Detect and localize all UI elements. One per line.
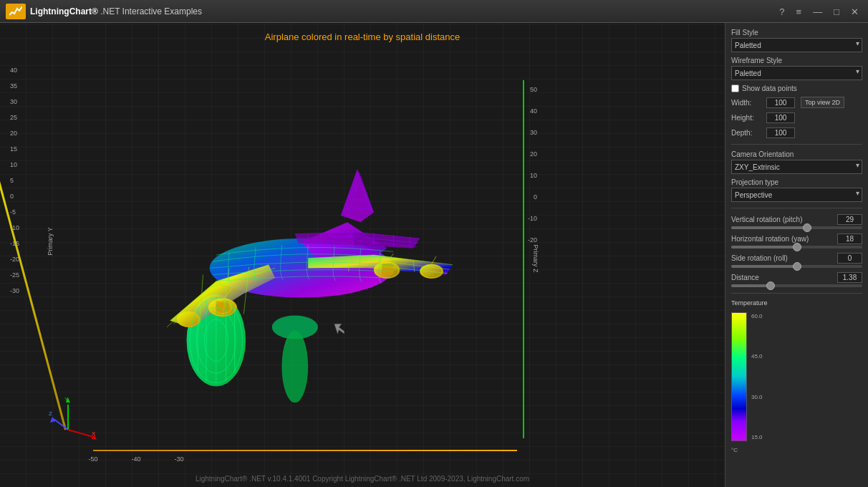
x-label: -30 xyxy=(158,455,201,463)
depth-label: Depth: xyxy=(731,129,763,137)
z-label: 0 xyxy=(534,186,537,208)
maximize-button[interactable]: □ xyxy=(830,4,843,18)
y-label: 35 xyxy=(10,78,19,94)
right-panel: Fill Style Paletted Solid Gradient Wiref… xyxy=(725,23,868,487)
y-label: -15 xyxy=(10,236,19,251)
distance-row: Distance xyxy=(731,272,862,287)
y-label: -10 xyxy=(10,220,19,236)
wireframe-style-row: Wireframe Style Paletted Solid None xyxy=(731,57,862,80)
y-label: -25 xyxy=(10,267,19,283)
svg-line-24 xyxy=(54,419,68,430)
z-label: 50 xyxy=(530,79,537,100)
window-controls[interactable]: ? ≡ — □ ✕ xyxy=(776,4,862,18)
svg-rect-12 xyxy=(382,264,394,276)
fill-style-select[interactable]: Paletted Solid Gradient xyxy=(731,38,862,52)
projection-type-label: Projection type xyxy=(731,178,862,186)
z-label: -10 xyxy=(528,208,537,229)
help-button[interactable]: ? xyxy=(776,4,788,18)
distance-slider[interactable] xyxy=(731,284,862,287)
wireframe-style-label: Wireframe Style xyxy=(731,57,862,64)
temp-tick-min: 15.0 xyxy=(751,434,763,440)
chart-title: Airplane colored in real-time by spatial… xyxy=(265,32,460,42)
y-label: 20 xyxy=(10,125,19,141)
menu-button[interactable]: ≡ xyxy=(793,4,806,18)
close-button[interactable]: ✕ xyxy=(847,4,862,18)
primary-z-axis-label: Primary Z xyxy=(532,245,539,273)
projection-type-select-wrapper[interactable]: Perspective Orthographic xyxy=(731,188,862,202)
temperature-gradient-bar xyxy=(731,312,747,441)
svg-marker-5 xyxy=(295,232,355,245)
temp-tick-max: 60.0 xyxy=(751,313,763,319)
wireframe-style-select-wrapper[interactable]: Paletted Solid None xyxy=(731,66,862,80)
chart-footer: LightningChart® .NET v.10.4.1.4001 Copyr… xyxy=(196,475,529,483)
vertical-rotation-row: Vertical rotation (pitch) xyxy=(731,214,862,229)
y-label: 15 xyxy=(10,141,19,157)
z-axis-line xyxy=(523,80,524,438)
temp-unit: °C xyxy=(731,447,862,453)
temperature-panel: 60.0 45.0 30.0 15.0 xyxy=(731,312,862,441)
fill-style-select-wrapper[interactable]: Paletted Solid Gradient xyxy=(731,38,862,52)
x-axis-line xyxy=(93,450,517,451)
svg-text:X: X xyxy=(92,430,96,437)
camera-orientation-label: Camera Orientation xyxy=(731,150,862,158)
side-rotation-value[interactable] xyxy=(837,253,862,264)
vertical-rotation-value[interactable] xyxy=(837,214,862,225)
temp-tick-mid1: 45.0 xyxy=(751,353,763,360)
projection-type-select[interactable]: Perspective Orthographic xyxy=(731,188,862,202)
camera-orientation-select-wrapper[interactable]: ZXY_Extrinsic XYZ_Intrinsic YZX_Extrinsi… xyxy=(731,160,862,174)
horizontal-rotation-slider[interactable] xyxy=(731,246,862,249)
camera-orientation-select[interactable]: ZXY_Extrinsic XYZ_Intrinsic YZX_Extrinsi… xyxy=(731,160,862,174)
distance-label: Distance xyxy=(731,274,759,281)
vertical-rotation-slider[interactable] xyxy=(731,226,862,229)
titlebar: LightningChart® .NET Interactive Example… xyxy=(0,0,868,23)
svg-text:Z: Z xyxy=(49,410,52,417)
svg-marker-3 xyxy=(341,170,374,222)
top-view-2d-button[interactable]: Top view 2D xyxy=(801,97,844,108)
horizontal-rotation-value[interactable] xyxy=(837,233,862,244)
depth-input[interactable] xyxy=(766,127,795,138)
divider-3 xyxy=(731,293,862,294)
minimize-button[interactable]: — xyxy=(809,4,826,18)
fill-style-label: Fill Style xyxy=(731,29,862,37)
svg-point-10 xyxy=(177,312,201,327)
y-label: 5 xyxy=(10,173,19,188)
coordinate-axes: Z Y X xyxy=(43,394,100,451)
camera-orientation-row: Camera Orientation ZXY_Extrinsic XYZ_Int… xyxy=(731,150,862,174)
side-rotation-row: Side rotation (roll) xyxy=(731,253,862,268)
vertical-rotation-thumb[interactable] xyxy=(803,223,811,232)
temp-tick-mid2: 30.0 xyxy=(751,394,763,400)
x-axis-labels: -50 -40 -30 xyxy=(72,455,201,463)
height-row: Height: xyxy=(731,112,862,123)
y-label: 40 xyxy=(10,62,19,78)
z-label: 10 xyxy=(530,165,537,186)
divider-1 xyxy=(731,144,862,145)
svg-text:Y: Y xyxy=(64,396,69,402)
z-label: 20 xyxy=(530,143,537,165)
show-data-points-row[interactable]: Show data points xyxy=(731,85,862,92)
primary-y-axis-label: Primary Y xyxy=(47,227,54,255)
divider-2 xyxy=(731,208,862,208)
y-axis-labels: 40 35 30 25 20 15 10 5 0 -5 -10 -15 -20 … xyxy=(10,62,19,299)
height-input[interactable] xyxy=(766,112,795,123)
vertical-rotation-label: Vertical rotation (pitch) xyxy=(731,216,803,223)
y-label: 0 xyxy=(10,188,19,204)
y-label: 25 xyxy=(10,110,19,125)
horizontal-rotation-thumb[interactable] xyxy=(793,243,801,251)
chart-area[interactable]: Airplane colored in real-time by spatial… xyxy=(0,23,725,487)
fill-style-row: Fill Style Paletted Solid Gradient xyxy=(731,29,862,52)
side-rotation-thumb[interactable] xyxy=(793,262,801,271)
side-rotation-slider[interactable] xyxy=(731,265,862,268)
y-label: 30 xyxy=(10,94,19,110)
width-input[interactable] xyxy=(766,97,795,108)
show-data-points-checkbox[interactable] xyxy=(731,85,739,92)
z-label: 40 xyxy=(530,100,537,122)
main-container: Airplane colored in real-time by spatial… xyxy=(0,23,868,487)
z-label: 30 xyxy=(530,122,537,143)
distance-thumb[interactable] xyxy=(766,281,775,290)
horizontal-rotation-row: Horizontal rotation (yaw) xyxy=(731,233,862,249)
wireframe-style-select[interactable]: Paletted Solid None xyxy=(731,66,862,80)
width-label: Width: xyxy=(731,99,763,107)
y-label: -30 xyxy=(10,283,19,299)
app-logo xyxy=(6,4,26,19)
distance-value[interactable] xyxy=(837,272,862,283)
